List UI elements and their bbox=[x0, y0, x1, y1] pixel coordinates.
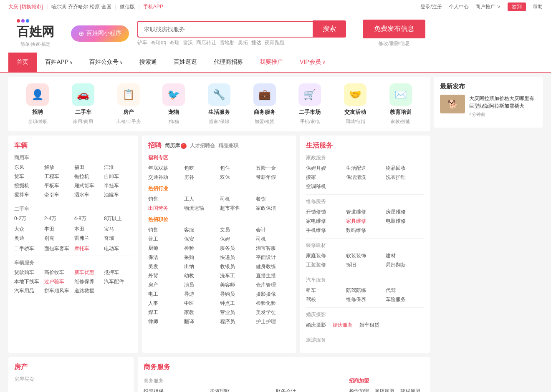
brand-audi[interactable]: 奥迪 bbox=[14, 235, 43, 242]
nav-official[interactable]: 百姓公众号 ∨ bbox=[81, 53, 131, 72]
job-trainer[interactable]: 健身教练 bbox=[256, 263, 290, 270]
srv-newcar[interactable]: 新车优惠 bbox=[74, 269, 103, 276]
decor-commercial[interactable]: 工装装修 bbox=[306, 261, 344, 269]
search-button[interactable]: 搜索 bbox=[313, 20, 346, 38]
job-tcm[interactable]: 中医 bbox=[184, 300, 218, 307]
job-chef[interactable]: 厨师 bbox=[148, 245, 182, 252]
repair-pipe[interactable]: 管道维修 bbox=[346, 209, 384, 216]
decor-material[interactable]: 建材 bbox=[386, 252, 424, 259]
job-cashier[interactable]: 收银员 bbox=[220, 263, 254, 270]
job-nanny[interactable]: 保姆 bbox=[220, 236, 254, 243]
job-cashier-out[interactable]: 出纳 bbox=[184, 263, 218, 270]
biz-invest[interactable]: 投资理财 bbox=[210, 388, 275, 392]
brand-volkswagen[interactable]: 大众 bbox=[14, 226, 43, 233]
job-trade[interactable]: 外贸 bbox=[148, 272, 182, 279]
auto-drive[interactable]: 代驾 bbox=[386, 287, 424, 294]
nav-promote[interactable]: 我要推广 bbox=[251, 53, 291, 72]
news-item[interactable]: 🐕 大庆阿拉斯加价格大庆哪里有巨型舰版阿拉斯加雪橇犬 4分钟前 bbox=[440, 95, 537, 118]
city-songyuan[interactable]: 松原 bbox=[90, 3, 100, 10]
hot-search-item[interactable]: 商店转让 bbox=[196, 39, 216, 46]
job-inspect[interactable]: 检验 bbox=[184, 245, 218, 252]
job-taobao[interactable]: 淘宝客服 bbox=[256, 245, 290, 252]
hot-search-item[interactable]: 雪地胎 bbox=[220, 39, 235, 46]
welfare-yearend[interactable]: 年底双薪 bbox=[148, 165, 182, 172]
switch-city[interactable]: [切换城市] bbox=[20, 3, 43, 10]
life-recycle[interactable]: 物品回收 bbox=[386, 165, 424, 172]
job-salesperson[interactable]: 营业员 bbox=[220, 309, 254, 316]
hot-search-item[interactable]: 铲车 bbox=[137, 39, 147, 46]
auto-accompany[interactable]: 陪驾陪练 bbox=[346, 287, 384, 294]
job-streamer[interactable]: 直播主播 bbox=[256, 272, 290, 279]
srv-parts[interactable]: 汽车配件 bbox=[104, 278, 132, 285]
link-flatbed[interactable]: 平板车 bbox=[44, 182, 73, 189]
life-delivery[interactable]: 生活配送 bbox=[346, 165, 384, 172]
cat-life-service[interactable]: 🔧 生活服务 搬家/保姆 bbox=[197, 83, 242, 125]
job-warehouse[interactable]: 仓库管理 bbox=[256, 281, 290, 289]
hot-search-item[interactable]: 捷达 bbox=[251, 39, 261, 46]
link-cargo[interactable]: 货车 bbox=[14, 173, 43, 180]
link-engineering[interactable]: 工程车 bbox=[44, 173, 73, 180]
franchise-material[interactable]: 建材加盟 bbox=[400, 388, 424, 392]
cat-used-car[interactable]: 🚗 二手车 家用/商用 bbox=[61, 83, 106, 125]
price-4-8[interactable]: 4-8万 bbox=[74, 215, 103, 222]
brand-buick[interactable]: 别克 bbox=[44, 235, 73, 242]
auto-maintain[interactable]: 维修保养 bbox=[346, 296, 384, 303]
job-driver[interactable]: 司机 bbox=[256, 236, 290, 243]
welfare-insurance[interactable]: 五险一金 bbox=[256, 165, 290, 172]
srv-mortgage[interactable]: 抵押车 bbox=[104, 269, 132, 276]
brand-honda[interactable]: 本田 bbox=[74, 226, 103, 233]
job-photo[interactable]: 摄影摄像 bbox=[256, 291, 290, 298]
repair-house[interactable]: 房屋维修 bbox=[386, 209, 424, 216]
nav-browse[interactable]: 百姓逛逛 bbox=[165, 53, 205, 72]
life-move[interactable]: 搬家 bbox=[306, 174, 344, 181]
nav-agent[interactable]: 代理商招募 bbox=[205, 53, 251, 72]
login-register[interactable]: 登录/注册 bbox=[420, 3, 442, 10]
nav-vip[interactable]: VIP会员 ∨ bbox=[291, 53, 334, 72]
life-nanny[interactable]: 保姆月嫂 bbox=[306, 165, 344, 172]
srv-highbuy[interactable]: 高价收车 bbox=[44, 269, 73, 276]
job-design[interactable]: 平面设计 bbox=[256, 254, 290, 261]
link-tow[interactable]: 牵引车 bbox=[44, 191, 73, 199]
job-guide[interactable]: 导游 bbox=[184, 291, 218, 298]
edit-info[interactable]: 修改/删除信息 bbox=[378, 40, 409, 47]
merchant-promote[interactable]: 商户推广 ∨ bbox=[475, 3, 501, 10]
city-harbin[interactable]: 哈尔滨 bbox=[51, 3, 66, 10]
srv-maintain[interactable]: 维修保养 bbox=[74, 278, 103, 285]
job-lawyer[interactable]: 律师 bbox=[148, 318, 182, 325]
industry-retail[interactable]: 超市零售 bbox=[220, 205, 254, 212]
repair-phone[interactable]: 手机维修 bbox=[306, 227, 344, 234]
life-clean[interactable]: 保洁清洗 bbox=[346, 174, 384, 181]
job-cs[interactable]: 客服 bbox=[184, 226, 218, 234]
repair-furniture[interactable]: 家具维修 bbox=[346, 218, 384, 225]
job-beauty[interactable]: 美容师 bbox=[220, 281, 254, 289]
industry-driver[interactable]: 司机 bbox=[220, 196, 254, 203]
link-dongfeng[interactable]: 东风 bbox=[14, 164, 43, 171]
decor-home[interactable]: 家庭装修 bbox=[306, 252, 344, 259]
help[interactable]: 帮助 bbox=[533, 3, 543, 10]
job-clean[interactable]: 保洁 bbox=[148, 254, 182, 261]
personal-center[interactable]: 个人中心 bbox=[449, 3, 469, 10]
hot-search-item[interactable]: 雷沃 bbox=[183, 39, 193, 46]
biz-guarantee[interactable]: 投资担保 bbox=[144, 388, 208, 392]
link-tanker[interactable]: 油罐车 bbox=[104, 191, 132, 199]
nav-search[interactable]: 搜索通 bbox=[131, 53, 165, 72]
job-nurse[interactable]: 护士护理 bbox=[256, 318, 290, 325]
srv-rescue[interactable]: 道路救援 bbox=[74, 287, 103, 294]
welfare-休[interactable]: 双休 bbox=[220, 174, 254, 181]
welfare-vacation[interactable]: 带薪年假 bbox=[256, 174, 290, 181]
job-property[interactable]: 房产 bbox=[148, 281, 182, 289]
decor-demolish[interactable]: 拆旧 bbox=[346, 261, 384, 269]
job-purchase[interactable]: 采购 bbox=[184, 254, 218, 261]
cat-secondhand[interactable]: 🛒 二手市场 手机/家电 bbox=[287, 83, 333, 125]
auto-school[interactable]: 驾校 bbox=[306, 296, 344, 303]
job-worker[interactable]: 普工 bbox=[148, 236, 182, 243]
price-0-2[interactable]: 0-2万 bbox=[14, 215, 43, 222]
job-carwash[interactable]: 洗车工 bbox=[220, 272, 254, 279]
brand-chery[interactable]: 奇瑞 bbox=[104, 235, 132, 242]
job-labtest[interactable]: 检验化验 bbox=[256, 300, 290, 307]
job-hair-student[interactable]: 美发学徒 bbox=[256, 309, 290, 316]
phone-app[interactable]: 手机APP bbox=[143, 3, 163, 10]
srv-transfer[interactable]: 过户验车 bbox=[44, 278, 73, 285]
welfare-rent[interactable]: 房补 bbox=[184, 174, 218, 181]
repair-appliance[interactable]: 家电维修 bbox=[306, 218, 344, 225]
